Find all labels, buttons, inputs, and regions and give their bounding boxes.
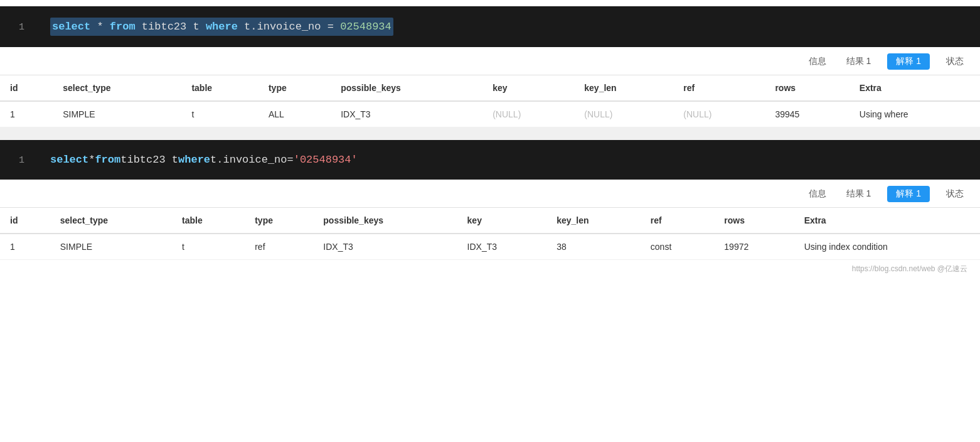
- op-2: =: [287, 151, 294, 168]
- col-header-ref-2: ref: [641, 208, 715, 234]
- col-header-select_type-1: select_type: [53, 75, 181, 101]
- kw-from-2: from: [95, 151, 120, 168]
- table-head-1: id select_type table type possible_keys …: [0, 75, 980, 101]
- col-header-key_len-1: key_len: [574, 75, 673, 101]
- tbl-name-1: tibtc23 t: [142, 21, 206, 33]
- cell-select_type-1: SIMPLE: [53, 101, 181, 127]
- kw-where-2: where: [178, 151, 210, 168]
- col-header-select_type-2: select_type: [50, 208, 172, 234]
- kw-star-2: *: [88, 151, 95, 168]
- cell-rows-1: 39945: [765, 101, 849, 127]
- col-header-id-1: id: [0, 75, 53, 101]
- sql-line-1: 1 select * from tibtc23 t where t.invoic…: [19, 18, 961, 36]
- results-container-1: id select_type table type possible_keys …: [0, 75, 980, 127]
- table-body-1: 1 SIMPLE t ALL IDX_T3 (NULL) (NULL) (NUL…: [0, 101, 980, 127]
- tbl-name-2: tibtc23 t: [120, 151, 178, 168]
- cell-extra-1: Using where: [850, 101, 980, 127]
- col-header-id-2: id: [0, 208, 50, 234]
- cell-type-2: ref: [245, 234, 313, 260]
- val-2: '02548934': [294, 151, 358, 168]
- col-header-table-2: table: [172, 208, 245, 234]
- header-row-1: id select_type table type possible_keys …: [0, 75, 980, 101]
- col-header-key_len-2: key_len: [546, 208, 641, 234]
- col-header-key-2: key: [457, 208, 547, 234]
- header-row-2: id select_type table type possible_keys …: [0, 208, 980, 234]
- col-name-2: t.invoice_no: [210, 151, 287, 168]
- table-row: 1 SIMPLE t ref IDX_T3 IDX_T3 38 const 19…: [0, 234, 980, 260]
- table-row: 1 SIMPLE t ALL IDX_T3 (NULL) (NULL) (NUL…: [0, 101, 980, 127]
- table-body-2: 1 SIMPLE t ref IDX_T3 IDX_T3 38 const 19…: [0, 234, 980, 260]
- info-btn-2[interactable]: 信息: [805, 186, 830, 202]
- col-header-possible_keys-1: possible_keys: [331, 75, 482, 101]
- results-table-1: id select_type table type possible_keys …: [0, 75, 980, 127]
- cell-possible_keys-2: IDX_T3: [313, 234, 457, 260]
- toolbar-1: 信息 结果 1 解释 1 状态: [0, 47, 980, 75]
- kw-select-1: select: [52, 21, 90, 33]
- cell-table-2: t: [172, 234, 245, 260]
- val-1: 02548934: [340, 21, 391, 33]
- line-num-2: 1: [19, 153, 38, 168]
- op-1: =: [328, 21, 340, 33]
- watermark: https://blog.csdn.net/web @亿速云: [0, 260, 980, 277]
- cell-key-1: (NULL): [482, 101, 574, 127]
- col-header-extra-1: Extra: [850, 75, 980, 101]
- cell-rows-2: 19972: [714, 234, 794, 260]
- col-header-table-1: table: [181, 75, 258, 101]
- cell-extra-2: Using index condition: [794, 234, 980, 260]
- cell-select_type-2: SIMPLE: [50, 234, 172, 260]
- result-btn-2[interactable]: 结果 1: [843, 186, 875, 202]
- col-header-type-1: type: [258, 75, 331, 101]
- results-table-2: id select_type table type possible_keys …: [0, 208, 980, 260]
- table-head-2: id select_type table type possible_keys …: [0, 208, 980, 234]
- page-wrapper: 1 select * from tibtc23 t where t.invoic…: [0, 0, 980, 442]
- kw-star-1: *: [97, 21, 109, 33]
- sql-highlight-1: select * from tibtc23 t where t.invoice_…: [50, 18, 393, 36]
- cell-key_len-2: 38: [546, 234, 641, 260]
- kw-select-2: select: [50, 151, 88, 168]
- cell-ref-1: (NULL): [673, 101, 765, 127]
- cell-key-2: IDX_T3: [457, 234, 547, 260]
- col-header-possible_keys-2: possible_keys: [313, 208, 457, 234]
- info-btn-1[interactable]: 信息: [805, 53, 830, 70]
- col-header-rows-2: rows: [714, 208, 794, 234]
- result-btn-1[interactable]: 结果 1: [843, 53, 875, 70]
- kw-where-1: where: [206, 21, 238, 33]
- cell-id-1: 1: [0, 101, 53, 127]
- col-header-extra-2: Extra: [794, 208, 980, 234]
- section-gap: [0, 127, 980, 140]
- kw-from-1: from: [110, 21, 136, 33]
- sql-block-1: 1 select * from tibtc23 t where t.invoic…: [0, 6, 980, 47]
- explain-btn-1[interactable]: 解释 1: [887, 53, 930, 70]
- cell-key_len-1: (NULL): [574, 101, 673, 127]
- col-name-1: t.invoice_no: [244, 21, 328, 33]
- sql-block-2: 1 select * from tibtc23 t where t.invoic…: [0, 140, 980, 180]
- cell-table-1: t: [181, 101, 258, 127]
- col-header-key-1: key: [482, 75, 574, 101]
- cell-id-2: 1: [0, 234, 50, 260]
- line-num-1: 1: [19, 20, 38, 35]
- explain-btn-2[interactable]: 解释 1: [887, 186, 930, 202]
- status-btn-2[interactable]: 状态: [942, 186, 967, 202]
- cell-possible_keys-1: IDX_T3: [331, 101, 482, 127]
- col-header-type-2: type: [245, 208, 313, 234]
- results-container-2: id select_type table type possible_keys …: [0, 208, 980, 260]
- status-btn-1[interactable]: 状态: [942, 53, 967, 70]
- col-header-ref-1: ref: [673, 75, 765, 101]
- cell-ref-2: const: [641, 234, 715, 260]
- toolbar-2: 信息 结果 1 解释 1 状态: [0, 180, 980, 208]
- sql-line-2: 1 select * from tibtc23 t where t.invoic…: [19, 151, 961, 168]
- cell-type-1: ALL: [258, 101, 331, 127]
- col-header-rows-1: rows: [765, 75, 849, 101]
